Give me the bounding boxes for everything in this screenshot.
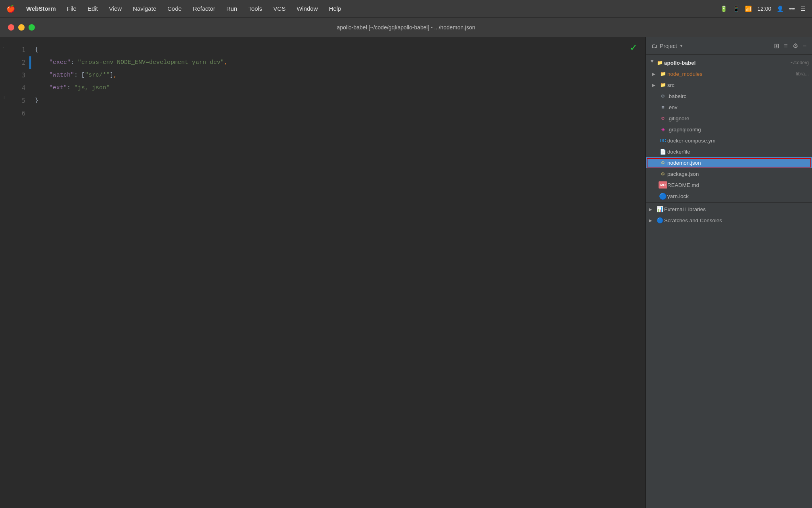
bracket-open: { bbox=[35, 44, 38, 56]
item-nodemon-json-label: nodemon.json bbox=[667, 160, 809, 166]
json-file-icon: ⚙ bbox=[659, 159, 667, 166]
dropdown-arrow-icon[interactable]: ▼ bbox=[680, 44, 684, 48]
item-src-label: src bbox=[667, 82, 809, 88]
fold-1[interactable]: ⌐ bbox=[0, 40, 10, 53]
layout-icon[interactable]: ⊞ bbox=[774, 42, 779, 50]
folder-icon: 📁 bbox=[659, 81, 667, 89]
key-ext: "ext" bbox=[35, 82, 67, 94]
editor-bottom bbox=[0, 421, 645, 508]
item-gitignore-label: .gitignore bbox=[667, 115, 809, 121]
collapse-icon[interactable]: − bbox=[803, 42, 806, 50]
item-node-modules-label: node_modules bbox=[667, 71, 793, 77]
user-icon: 👤 bbox=[777, 6, 783, 12]
item-external-libs-label: External Libraries bbox=[664, 206, 809, 212]
git-file-icon: ⚙ bbox=[659, 115, 667, 122]
tree-item-src[interactable]: ▶ 📁 src bbox=[646, 79, 812, 90]
tree-item-gitignore[interactable]: ▶ ⚙ .gitignore bbox=[646, 113, 812, 124]
fold-6 bbox=[0, 104, 10, 117]
tree-item-graphqlconfig[interactable]: ▶ ◈ .graphqlconfig bbox=[646, 124, 812, 135]
yarn-lock-icon: 🔵 bbox=[659, 192, 667, 200]
line-num-5: 5 bbox=[10, 94, 29, 107]
tree-item-nodemon-json[interactable]: ▶ ⚙ nodemon.json bbox=[646, 157, 812, 168]
battery-icon: 🔋 bbox=[720, 6, 727, 12]
fold-5[interactable]: L bbox=[0, 91, 10, 104]
arrow-icon: ▶ bbox=[652, 83, 659, 87]
env-file-icon: ≡ bbox=[659, 104, 667, 111]
editor-area[interactable]: ✓ ⌐ L 1 2 3 4 5 6 bbox=[0, 37, 645, 508]
tree-item-scratches[interactable]: ▶ 🔵 Scratches and Consoles bbox=[646, 215, 812, 226]
menu-file[interactable]: File bbox=[67, 5, 77, 12]
traffic-lights bbox=[8, 24, 35, 31]
window-title: apollo-babel [~/code/gql/apollo-babel] -… bbox=[337, 24, 475, 31]
tree-item-package-json[interactable]: ▶ ⚙ package.json bbox=[646, 168, 812, 179]
sidebar: 🗂 Project ▼ ⊞ ≡ ⚙ − ▶ 📁 apollo-babel ~/c… bbox=[645, 37, 812, 508]
maximize-button[interactable] bbox=[29, 24, 35, 31]
item-graphqlconfig-label: .graphqlconfig bbox=[667, 127, 809, 133]
line-num-4: 4 bbox=[10, 82, 29, 94]
docker-file-icon: DC bbox=[659, 137, 667, 144]
clock: 12:00 bbox=[757, 6, 771, 12]
folder-open-icon: 📁 bbox=[655, 59, 664, 66]
item-yarn-lock-label: yarn.lock bbox=[667, 193, 809, 199]
menu-navigate[interactable]: Navigate bbox=[133, 5, 156, 12]
tree-item-docker-compose[interactable]: ▶ DC docker-compose.ym bbox=[646, 135, 812, 146]
arrow-icon: ▶ bbox=[650, 60, 655, 66]
check-icon: ✓ bbox=[630, 42, 638, 53]
md-file-icon: MD bbox=[659, 181, 667, 189]
overflow-icon: ••• bbox=[789, 6, 795, 12]
tree-item-babelrc[interactable]: ▶ ⚙ .babelrc bbox=[646, 90, 812, 102]
menu-window[interactable]: Window bbox=[297, 5, 318, 12]
tree-item-yarn-lock[interactable]: ▶ 🔵 yarn.lock bbox=[646, 190, 812, 202]
graphql-file-icon: ◈ bbox=[659, 126, 667, 133]
line-num-2: 2 bbox=[10, 56, 29, 69]
menu-run[interactable]: Run bbox=[226, 5, 237, 12]
item-scratches-label: Scratches and Consoles bbox=[664, 217, 809, 223]
val-ext: "js, json" bbox=[74, 82, 110, 94]
key-watch: "watch" bbox=[35, 69, 74, 82]
line-num-1: 1 bbox=[10, 44, 29, 56]
item-apollo-babel-annotation: ~/code/g bbox=[791, 60, 809, 65]
menu-help[interactable]: Help bbox=[329, 5, 341, 12]
tree-item-apollo-babel[interactable]: ▶ 📁 apollo-babel ~/code/g bbox=[646, 57, 812, 68]
code-editor[interactable]: { "exec": "cross-env NODE_ENV=developmen… bbox=[33, 40, 645, 421]
code-line-2: "exec": "cross-env NODE_ENV=development … bbox=[33, 56, 645, 69]
project-tree[interactable]: ▶ 📁 apollo-babel ~/code/g ▶ 📁 node_modul… bbox=[646, 55, 812, 508]
minimize-button[interactable] bbox=[18, 24, 25, 31]
fold-gutter: ⌐ L bbox=[0, 40, 10, 421]
val-watch: "src/*" bbox=[85, 69, 110, 82]
tree-item-node-modules[interactable]: ▶ 📁 node_modules libra... bbox=[646, 68, 812, 79]
menu-bar: 🍎 WebStorm File Edit View Navigate Code … bbox=[0, 0, 812, 17]
code-line-5: } bbox=[33, 94, 645, 107]
apple-logo-icon: 🍎 bbox=[6, 4, 15, 13]
external-libs-icon: 📊 bbox=[655, 206, 664, 213]
menu-view[interactable]: View bbox=[109, 5, 122, 12]
line-num-3: 3 bbox=[10, 69, 29, 82]
tree-item-env[interactable]: ▶ ≡ .env bbox=[646, 102, 812, 113]
menu-refactor[interactable]: Refactor bbox=[193, 5, 215, 12]
title-bar: apollo-babel [~/code/gql/apollo-babel] -… bbox=[0, 17, 812, 37]
fold-4 bbox=[0, 79, 10, 91]
close-button[interactable] bbox=[8, 24, 14, 31]
file-icon: 📄 bbox=[659, 148, 667, 155]
tree-item-readme[interactable]: ▶ MD README.md bbox=[646, 179, 812, 190]
menu-webstorm[interactable]: WebStorm bbox=[26, 5, 56, 12]
menu-edit[interactable]: Edit bbox=[88, 5, 98, 12]
line-num-6: 6 bbox=[10, 107, 29, 120]
scratches-icon: 🔵 bbox=[655, 217, 664, 224]
tree-item-external-libs[interactable]: ▶ 📊 External Libraries bbox=[646, 204, 812, 215]
item-dockerfile-label: dockerfile bbox=[667, 149, 809, 155]
item-env-label: .env bbox=[667, 104, 809, 110]
item-apollo-babel-label: apollo-babel bbox=[664, 60, 788, 66]
filter-icon[interactable]: ≡ bbox=[784, 42, 787, 50]
tree-item-dockerfile[interactable]: ▶ 📄 dockerfile bbox=[646, 146, 812, 157]
fold-2 bbox=[0, 53, 10, 66]
menu-vcs[interactable]: VCS bbox=[273, 5, 285, 12]
menu-tools[interactable]: Tools bbox=[248, 5, 262, 12]
folder-icon: 🗂 bbox=[651, 42, 657, 49]
settings-icon[interactable]: ⚙ bbox=[793, 42, 798, 50]
val-exec: "cross-env NODE_ENV=development yarn dev… bbox=[78, 56, 224, 69]
item-package-json-label: package.json bbox=[667, 171, 809, 177]
sidebar-title: 🗂 Project ▼ bbox=[651, 42, 683, 49]
item-node-modules-annotation: libra... bbox=[796, 71, 809, 77]
menu-code[interactable]: Code bbox=[167, 5, 182, 12]
